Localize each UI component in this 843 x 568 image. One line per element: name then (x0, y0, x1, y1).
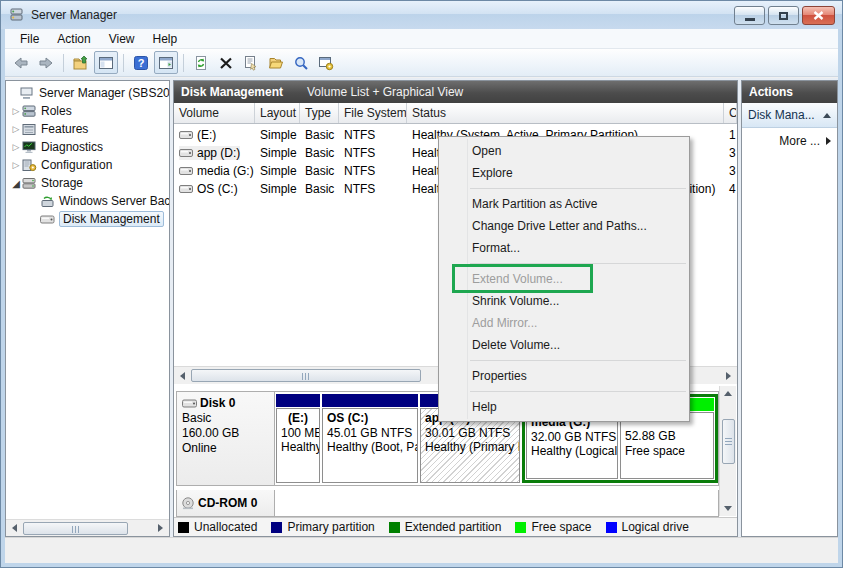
expander-collapsed-icon[interactable]: ▷ (10, 160, 22, 170)
menu-item-delete-volume[interactable]: Delete Volume... (439, 334, 689, 356)
sidebar-item-storage[interactable]: ◢ Storage (8, 174, 169, 192)
menu-item-open[interactable]: Open (439, 140, 689, 162)
column-header-layout[interactable]: Layout (255, 103, 300, 123)
cdrom-info[interactable]: CD-ROM 0 (177, 490, 275, 516)
cell-type: Basic (300, 182, 339, 196)
cell-volume: OS (C:) (197, 182, 238, 196)
sidebar-item-windows-server-backup[interactable]: Windows Server Backup (8, 192, 169, 210)
partition-status: Healthy (System, Active, Primary Partiti… (281, 440, 315, 455)
scroll-down-icon[interactable] (720, 501, 737, 516)
partition-status: Healthy (Boot, Page File, Crash Dump, Pr… (327, 440, 413, 455)
sidebar-item-disk-management[interactable]: Disk Management (8, 210, 169, 228)
delete-button[interactable] (214, 51, 238, 74)
configuration-icon (22, 159, 37, 172)
menu-item-properties[interactable]: Properties (439, 365, 689, 387)
actions-more[interactable]: More ... (742, 128, 837, 153)
console-tree-button[interactable] (94, 51, 118, 74)
scroll-up-icon[interactable] (720, 386, 737, 401)
menu-item-add-mirror[interactable]: Add Mirror... (439, 312, 689, 334)
sidebar-item-configuration[interactable]: ▷ Configuration (8, 156, 169, 174)
menu-action[interactable]: Action (48, 30, 99, 48)
menu-file[interactable]: File (11, 30, 48, 48)
sidebar-item-server-manager[interactable]: Server Manager (SBS2011) (8, 84, 169, 102)
disk0-info[interactable]: Disk 0 Basic 160.00 GB Online (177, 392, 275, 485)
expander-collapsed-icon[interactable]: ▷ (10, 106, 22, 116)
partition-size: 32.00 GB NTFS (531, 430, 613, 445)
tree-label: Roles (41, 104, 72, 118)
menu-item-explore[interactable]: Explore (439, 162, 689, 184)
partition-os-c[interactable]: OS (C:) 45.01 GB NTFS Healthy (Boot, Pag… (322, 394, 418, 483)
collapse-icon[interactable] (823, 113, 831, 118)
sidebar-item-features[interactable]: ▷ Features (8, 120, 169, 138)
menu-item-shrink-volume[interactable]: Shrink Volume... (439, 290, 689, 312)
column-header-type[interactable]: Type (300, 103, 339, 123)
partition-e[interactable]: (E:) 100 MB NTFS Healthy (System, Active… (276, 394, 320, 483)
cell-file-system: NTFS (339, 128, 407, 142)
free-space-size: 52.88 GB (625, 429, 709, 444)
server-manager-window: Server Manager File Action View Help (0, 0, 843, 568)
scroll-left-icon[interactable] (6, 520, 23, 537)
expander-collapsed-icon[interactable]: ▷ (10, 142, 22, 152)
disk-status: Online (182, 441, 269, 456)
find-button[interactable] (289, 51, 313, 74)
up-one-level-button[interactable] (69, 51, 93, 74)
cdrom-row: CD-ROM 0 (176, 490, 719, 517)
find-icon (293, 55, 309, 71)
scrollbar-thumb[interactable] (191, 369, 421, 382)
column-header-file-system[interactable]: File System (339, 103, 407, 123)
partition-size: 100 MB NTFS (281, 426, 315, 441)
menu-item-help[interactable]: Help (439, 396, 689, 418)
menu-view[interactable]: View (100, 30, 144, 48)
page-subtitle: Volume List + Graphical View (307, 85, 463, 99)
actions-header: Actions (742, 81, 837, 103)
actions-group-disk-management[interactable]: Disk Mana... (742, 103, 837, 128)
snap-in-button[interactable] (314, 51, 338, 74)
open-folder-button[interactable] (264, 51, 288, 74)
legend-label: Free space (531, 520, 591, 534)
free-space-label: Free space (625, 444, 709, 459)
tree-horizontal-scrollbar[interactable] (6, 519, 169, 536)
column-header-volume[interactable]: Volume (174, 103, 255, 123)
title-bar[interactable]: Server Manager (1, 1, 842, 29)
sidebar-item-roles[interactable]: ▷ Roles (8, 102, 169, 120)
tree-label: Server Manager (SBS2011) (39, 86, 169, 100)
forward-button[interactable] (34, 51, 58, 74)
console-tree-panel: Server Manager (SBS2011) ▷ Roles (5, 80, 170, 537)
primary-partition-swatch (271, 522, 282, 533)
windows-server-backup-icon (40, 195, 55, 208)
toolbar: ? (5, 49, 838, 77)
delete-icon (218, 55, 234, 71)
menu-item-mark-partition-active[interactable]: Mark Partition as Active (439, 193, 689, 215)
action-pane-button[interactable] (154, 51, 178, 74)
menu-item-change-drive-letter[interactable]: Change Drive Letter and Paths... (439, 215, 689, 237)
menu-help[interactable]: Help (144, 30, 187, 48)
scroll-left-icon[interactable] (174, 367, 191, 384)
console-tree-icon (98, 55, 114, 71)
sidebar-item-diagnostics[interactable]: ▷ Diagnostics (8, 138, 169, 156)
tree-label: Windows Server Backup (59, 194, 169, 208)
column-header-capacity[interactable]: C (724, 103, 737, 123)
expander-expanded-icon[interactable]: ◢ (10, 178, 22, 189)
help-button[interactable]: ? (129, 51, 153, 74)
scrollbar-thumb[interactable] (722, 419, 735, 464)
volume-icon (179, 184, 193, 194)
roles-icon (22, 105, 37, 118)
submenu-arrow-icon (826, 137, 831, 145)
cell-volume: (E:) (197, 128, 216, 142)
close-icon (813, 11, 824, 20)
menu-item-format[interactable]: Format... (439, 237, 689, 259)
page-title: Disk Management (181, 85, 283, 99)
back-button[interactable] (9, 51, 33, 74)
minimize-button[interactable] (734, 6, 765, 25)
properties-button[interactable] (239, 51, 263, 74)
graphical-view-vertical-scrollbar[interactable] (719, 386, 736, 516)
scroll-right-icon[interactable] (152, 520, 169, 537)
refresh-button[interactable] (189, 51, 213, 74)
scroll-right-icon[interactable] (720, 367, 737, 384)
expander-collapsed-icon[interactable]: ▷ (10, 124, 22, 134)
maximize-button[interactable] (768, 6, 799, 25)
scrollbar-thumb[interactable] (23, 522, 128, 535)
volume-table-header: Volume Layout Type File System Status C (174, 103, 737, 124)
column-header-status[interactable]: Status (407, 103, 724, 123)
close-button[interactable] (802, 6, 835, 25)
